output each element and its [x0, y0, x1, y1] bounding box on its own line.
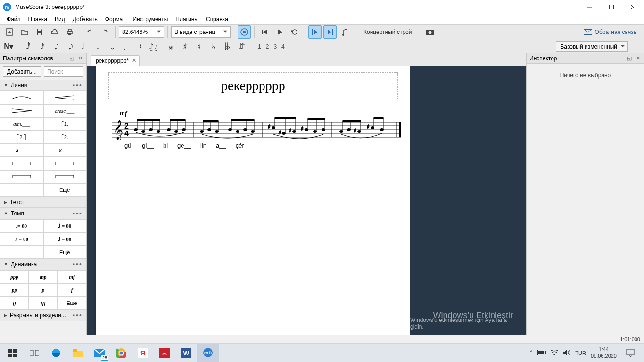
taskbar-mail[interactable]: 28	[89, 344, 110, 362]
undo-button[interactable]	[83, 25, 97, 39]
palette-section-lines[interactable]: ▼ Линии •••	[0, 80, 86, 91]
line-ottava-a[interactable]: 8-----	[0, 144, 43, 157]
rewind-button[interactable]	[258, 25, 271, 39]
line-pedal-a[interactable]	[0, 157, 43, 170]
line-volta-2b[interactable]: ⎡2.	[43, 131, 87, 144]
line-cresc-text[interactable]: cresc.___	[43, 104, 87, 117]
sharp-button[interactable]: ♯	[179, 42, 190, 51]
rest-button[interactable]: 𝄽	[133, 42, 145, 51]
line-cresc-hairpin[interactable]	[43, 91, 87, 104]
workspace-add-button[interactable]: +	[631, 41, 641, 52]
score-title-frame[interactable]: рекерррррр	[108, 72, 398, 99]
palette-section-tempo-menu[interactable]: •••	[73, 210, 83, 217]
line-bracket-b[interactable]	[43, 170, 87, 183]
note-input-mode-button[interactable]: N▾	[3, 43, 14, 50]
tempo-half-80[interactable]: 𝅗 = 80	[0, 219, 43, 232]
dyn-f[interactable]: f	[58, 283, 86, 296]
score-title[interactable]: рекерррррр	[221, 78, 285, 93]
tie-button[interactable]: ♪͜♪	[148, 42, 159, 51]
taskbar-word[interactable]: W	[175, 344, 197, 362]
natural-button[interactable]: ♮	[193, 42, 205, 51]
screenshot-button[interactable]	[423, 25, 437, 39]
line-pedal-b[interactable]	[43, 157, 87, 170]
inspector-close-icon[interactable]: ✕	[635, 55, 641, 62]
palette-search-input[interactable]: Поиск	[44, 66, 83, 77]
menu-add[interactable]: Добавить	[70, 16, 100, 23]
duration-quarter[interactable]: ♩	[77, 42, 88, 51]
redo-button[interactable]	[99, 25, 112, 39]
tempo-quarter-80b[interactable]: ♩ = 80	[43, 232, 87, 246]
duration-32nd[interactable]: 𝅘𝅥𝅯	[34, 42, 46, 51]
dyn-ff[interactable]: ff	[0, 296, 29, 310]
concert-pitch-button[interactable]: Концертный строй	[359, 29, 416, 35]
taskbar-explorer[interactable]	[67, 344, 89, 362]
line-decresc-hairpin[interactable]	[0, 104, 43, 117]
palettes-undock-icon[interactable]: ◱	[68, 55, 75, 62]
dyn-mp[interactable]: mp	[29, 270, 58, 283]
line-more[interactable]: Ещё	[43, 183, 87, 197]
inspector-undock-icon[interactable]: ◱	[626, 55, 633, 62]
save-button[interactable]	[33, 25, 46, 39]
tray-wifi-icon[interactable]	[551, 350, 558, 356]
menu-view[interactable]: Вид	[52, 16, 68, 23]
menu-file[interactable]: Файл	[4, 16, 24, 23]
tempo-eighth-80[interactable]: ♪ = 80	[0, 232, 43, 246]
loop-button[interactable]	[288, 25, 301, 39]
menu-help[interactable]: Справка	[203, 16, 231, 23]
window-close-button[interactable]	[622, 0, 644, 14]
palette-add-button[interactable]: Добавить...	[3, 66, 41, 77]
document-tab[interactable]: рекерррррр* ✕	[91, 55, 140, 66]
tray-chevron-up-icon[interactable]: ˄	[530, 350, 533, 356]
open-file-button[interactable]	[18, 25, 31, 39]
taskbar-chrome[interactable]	[110, 344, 132, 362]
duration-whole[interactable]: 𝅝	[105, 42, 116, 51]
tray-notifications-icon[interactable]	[621, 344, 639, 362]
zoom-select[interactable]: 82.6446%	[119, 26, 164, 38]
palette-section-tempo[interactable]: ▼ Темп •••	[0, 208, 86, 219]
task-view-button[interactable]	[24, 344, 45, 362]
dyn-pp[interactable]: pp	[0, 283, 29, 296]
voice-3[interactable]: 3	[273, 43, 277, 50]
dyn-more[interactable]: Ещё	[58, 296, 86, 310]
score-staff[interactable]: 𝄞 2 4	[112, 120, 401, 139]
palette-section-dynamics-menu[interactable]: •••	[73, 261, 83, 268]
line-ottava-b[interactable]: 8-----	[43, 144, 87, 157]
double-sharp-button[interactable]: 𝄪	[165, 42, 176, 51]
dyn-p[interactable]: p	[29, 283, 58, 296]
double-flat-button[interactable]: 𝄫	[222, 42, 233, 51]
palette-section-lines-menu[interactable]: •••	[73, 82, 83, 89]
loop-in-button[interactable]	[308, 25, 322, 39]
cloud-button[interactable]	[48, 25, 61, 39]
start-button[interactable]	[2, 344, 24, 362]
taskbar-acrobat[interactable]	[154, 344, 175, 362]
taskbar-edge[interactable]	[45, 344, 67, 362]
tempo-more[interactable]: Ещё	[43, 246, 87, 259]
palette-section-breaks-menu[interactable]: •••	[73, 312, 83, 319]
score-dynamic-mf[interactable]: mf	[120, 110, 127, 117]
palettes-close-icon[interactable]: ✕	[77, 55, 83, 62]
new-file-button[interactable]	[3, 25, 16, 39]
taskbar-musescore[interactable]: mû	[197, 344, 219, 362]
feedback-link[interactable]: Обратная связь	[584, 29, 641, 35]
score-lyrics[interactable]: gül gi__ bi ge__ lin a__ çér	[124, 142, 244, 149]
menu-edit[interactable]: Правка	[25, 16, 50, 23]
voice-1[interactable]: 1	[258, 43, 261, 50]
duration-16th[interactable]: 𝅘𝅥𝅮	[49, 42, 60, 51]
document-tab-close-icon[interactable]: ✕	[132, 58, 136, 64]
score-canvas[interactable]: рекерррррр mf 𝄞	[87, 66, 526, 335]
print-button[interactable]	[63, 25, 76, 39]
voice-2[interactable]: 2	[266, 43, 269, 50]
view-mode-select[interactable]: В виде страниц	[171, 26, 231, 38]
flip-button[interactable]: ⇵	[236, 42, 247, 51]
dyn-mf[interactable]: mf	[58, 270, 86, 283]
count-in-button[interactable]	[339, 25, 352, 39]
line-volta-2a[interactable]: ⎡2.⎤	[0, 131, 43, 144]
dyn-fff[interactable]: fff	[29, 296, 58, 310]
duration-half[interactable]: 𝅗𝅥	[91, 42, 102, 51]
duration-8th[interactable]: 𝅘𝅥𝅮	[63, 42, 74, 51]
window-maximize-button[interactable]	[601, 0, 622, 14]
line-dim-text[interactable]: dim.___	[0, 117, 43, 131]
metronome-button[interactable]	[238, 25, 251, 39]
tempo-quarter-80a[interactable]: ♩ = 80	[43, 219, 87, 232]
line-volta-1a[interactable]: ⎡1.	[43, 117, 87, 131]
